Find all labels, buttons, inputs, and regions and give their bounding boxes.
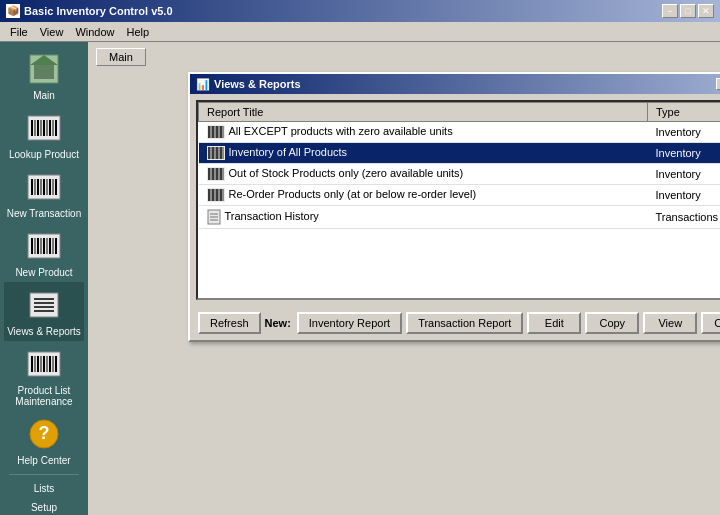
main-icon [25,50,63,88]
sidebar: Main Lookup Product [0,42,88,515]
sidebar-label-help: Help Center [17,455,70,466]
sidebar-label-lookup: Lookup Product [9,149,79,160]
minimize-button[interactable]: − [662,4,678,18]
app-title-group: 📦 Basic Inventory Control v5.0 [6,4,173,18]
views-reports-icon [25,286,63,324]
report-type-cell: Inventory [648,143,721,164]
dialog-title-bar: 📊 Views & Reports − □ ✕ [190,74,720,94]
sidebar-item-setup[interactable]: Setup [4,498,84,515]
maximize-button[interactable]: □ [680,4,696,18]
sidebar-label-lists: Lists [34,483,55,494]
table-row[interactable]: Inventory of All ProductsInventory [199,143,721,164]
inventory-report-button[interactable]: Inventory Report [297,312,402,334]
sidebar-label-product-list: Product List Maintenance [6,385,82,407]
menu-view[interactable]: View [34,25,70,39]
menu-help[interactable]: Help [121,25,156,39]
sidebar-label-setup: Setup [31,502,57,513]
report-table: Report Title Type All EXCEPT products wi… [198,102,720,229]
sidebar-item-new-transaction[interactable]: New Transaction [4,164,84,223]
new-label: New: [265,317,291,329]
report-type-cell: Inventory [648,164,721,185]
col-header-title: Report Title [199,103,648,122]
main-content: Main 📊 Views & Reports − □ ✕ [88,42,720,515]
title-bar: 📦 Basic Inventory Control v5.0 − □ ✕ [0,0,720,22]
report-type-cell: Inventory [648,185,721,206]
new-transaction-icon [25,168,63,206]
close-button-dialog[interactable]: Close [701,312,720,334]
sidebar-label-views-reports: Views & Reports [7,326,81,337]
table-row[interactable]: Re-Order Products only (at or below re-o… [199,185,721,206]
refresh-button[interactable]: Refresh [198,312,261,334]
svg-rect-1 [34,65,54,79]
sidebar-item-lookup-product[interactable]: Lookup Product [4,105,84,164]
copy-button[interactable]: Copy [585,312,639,334]
sidebar-label-new-transaction: New Transaction [7,208,81,219]
sidebar-divider [9,474,79,475]
col-header-type: Type [648,103,721,122]
help-icon: ? [25,415,63,453]
report-type-cell: Inventory [648,122,721,143]
sidebar-item-product-list[interactable]: Product List Maintenance [4,341,84,411]
app-title: Basic Inventory Control v5.0 [24,5,173,17]
menu-bar: File View Window Help [0,22,720,42]
report-title-cell: All EXCEPT products with zero available … [199,122,648,143]
main-tab-button[interactable]: Main [96,48,146,66]
sidebar-bottom: Lists Setup [0,470,88,515]
dialog-title-group: 📊 Views & Reports [196,78,301,91]
sidebar-item-lists[interactable]: Lists [4,479,84,498]
dialog-icon: 📊 [196,78,210,91]
views-reports-dialog: 📊 Views & Reports − □ ✕ Report Title Typ… [188,72,720,342]
sidebar-item-help-center[interactable]: ? Help Center [4,411,84,470]
svg-rect-33 [30,293,58,317]
dialog-title: Views & Reports [214,78,301,90]
menu-window[interactable]: Window [69,25,120,39]
sidebar-item-main[interactable]: Main [4,46,84,105]
window-controls: − □ ✕ [662,4,714,18]
report-type-cell: Transactions [648,206,721,229]
transaction-report-button[interactable]: Transaction Report [406,312,523,334]
edit-button[interactable]: Edit [527,312,581,334]
view-button[interactable]: View [643,312,697,334]
report-title-cell: Re-Order Products only (at or below re-o… [199,185,648,206]
report-title-cell: Inventory of All Products [199,143,648,164]
new-product-icon [25,227,63,265]
report-title-cell: Out of Stock Products only (zero availab… [199,164,648,185]
button-bar: Refresh New: Inventory Report Transactio… [190,306,720,340]
menu-file[interactable]: File [4,25,34,39]
dialog-minimize-button[interactable]: − [716,78,720,90]
svg-text:?: ? [39,423,50,443]
report-title-cell: Transaction History [199,206,648,229]
sidebar-label-main: Main [33,90,55,101]
main-layout: Main Lookup Product [0,42,720,515]
dialog-controls: − □ ✕ [716,78,720,90]
table-row[interactable]: All EXCEPT products with zero available … [199,122,721,143]
lookup-product-icon [25,109,63,147]
report-table-container[interactable]: Report Title Type All EXCEPT products wi… [196,100,720,300]
sidebar-item-views-reports[interactable]: Views & Reports [4,282,84,341]
app-icon: 📦 [6,4,20,18]
table-row[interactable]: Transaction HistoryTransactions [199,206,721,229]
table-row[interactable]: Out of Stock Products only (zero availab… [199,164,721,185]
close-button[interactable]: ✕ [698,4,714,18]
sidebar-item-new-product[interactable]: New Product [4,223,84,282]
sidebar-label-new-product: New Product [15,267,72,278]
product-list-icon [25,345,63,383]
